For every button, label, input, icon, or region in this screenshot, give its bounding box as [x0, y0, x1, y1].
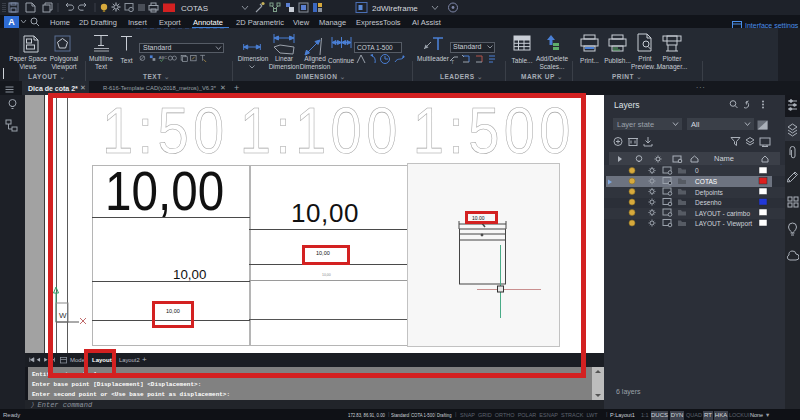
svg-text:Desenho: Desenho: [695, 199, 722, 206]
svg-text:2dWireframe: 2dWireframe: [372, 4, 418, 13]
svg-text:LAYOUT - Viewport: LAYOUT - Viewport: [695, 220, 752, 228]
svg-text:T: T: [451, 59, 454, 65]
svg-text:Defpoints: Defpoints: [695, 189, 724, 197]
svg-text:COTAS: COTAS: [695, 178, 718, 185]
svg-text:0: 0: [695, 167, 699, 174]
svg-text:LAYOUT - carimbo: LAYOUT - carimbo: [695, 210, 750, 217]
svg-text:COTAS: COTAS: [181, 4, 208, 13]
